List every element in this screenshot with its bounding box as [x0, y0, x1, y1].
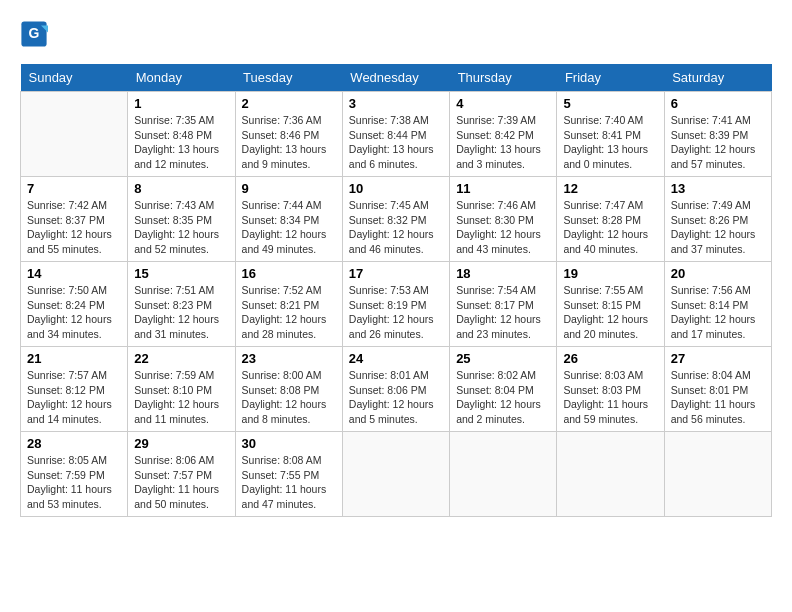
- calendar-week-row: 28Sunrise: 8:05 AM Sunset: 7:59 PM Dayli…: [21, 432, 772, 517]
- calendar-cell: 4Sunrise: 7:39 AM Sunset: 8:42 PM Daylig…: [450, 92, 557, 177]
- calendar-cell: 27Sunrise: 8:04 AM Sunset: 8:01 PM Dayli…: [664, 347, 771, 432]
- cell-info: Sunrise: 7:45 AM Sunset: 8:32 PM Dayligh…: [349, 198, 443, 257]
- day-number: 9: [242, 181, 336, 196]
- weekday-header: Saturday: [664, 64, 771, 92]
- calendar-cell: 21Sunrise: 7:57 AM Sunset: 8:12 PM Dayli…: [21, 347, 128, 432]
- day-number: 16: [242, 266, 336, 281]
- day-number: 15: [134, 266, 228, 281]
- day-number: 24: [349, 351, 443, 366]
- cell-info: Sunrise: 7:46 AM Sunset: 8:30 PM Dayligh…: [456, 198, 550, 257]
- calendar-cell: [557, 432, 664, 517]
- cell-info: Sunrise: 7:47 AM Sunset: 8:28 PM Dayligh…: [563, 198, 657, 257]
- svg-text:G: G: [29, 25, 40, 41]
- day-number: 25: [456, 351, 550, 366]
- calendar-cell: 15Sunrise: 7:51 AM Sunset: 8:23 PM Dayli…: [128, 262, 235, 347]
- day-number: 6: [671, 96, 765, 111]
- day-number: 1: [134, 96, 228, 111]
- day-number: 19: [563, 266, 657, 281]
- day-number: 23: [242, 351, 336, 366]
- cell-info: Sunrise: 8:06 AM Sunset: 7:57 PM Dayligh…: [134, 453, 228, 512]
- calendar-cell: 14Sunrise: 7:50 AM Sunset: 8:24 PM Dayli…: [21, 262, 128, 347]
- day-number: 2: [242, 96, 336, 111]
- calendar-cell: 8Sunrise: 7:43 AM Sunset: 8:35 PM Daylig…: [128, 177, 235, 262]
- page-header: G: [20, 20, 772, 48]
- day-number: 11: [456, 181, 550, 196]
- cell-info: Sunrise: 7:57 AM Sunset: 8:12 PM Dayligh…: [27, 368, 121, 427]
- weekday-header: Tuesday: [235, 64, 342, 92]
- calendar-cell: 28Sunrise: 8:05 AM Sunset: 7:59 PM Dayli…: [21, 432, 128, 517]
- cell-info: Sunrise: 7:43 AM Sunset: 8:35 PM Dayligh…: [134, 198, 228, 257]
- cell-info: Sunrise: 7:42 AM Sunset: 8:37 PM Dayligh…: [27, 198, 121, 257]
- cell-info: Sunrise: 8:00 AM Sunset: 8:08 PM Dayligh…: [242, 368, 336, 427]
- calendar-cell: 9Sunrise: 7:44 AM Sunset: 8:34 PM Daylig…: [235, 177, 342, 262]
- calendar-cell: 17Sunrise: 7:53 AM Sunset: 8:19 PM Dayli…: [342, 262, 449, 347]
- calendar-cell: 26Sunrise: 8:03 AM Sunset: 8:03 PM Dayli…: [557, 347, 664, 432]
- day-number: 22: [134, 351, 228, 366]
- calendar-week-row: 1Sunrise: 7:35 AM Sunset: 8:48 PM Daylig…: [21, 92, 772, 177]
- cell-info: Sunrise: 7:59 AM Sunset: 8:10 PM Dayligh…: [134, 368, 228, 427]
- calendar-cell: 29Sunrise: 8:06 AM Sunset: 7:57 PM Dayli…: [128, 432, 235, 517]
- weekday-row: SundayMondayTuesdayWednesdayThursdayFrid…: [21, 64, 772, 92]
- calendar-cell: 7Sunrise: 7:42 AM Sunset: 8:37 PM Daylig…: [21, 177, 128, 262]
- cell-info: Sunrise: 7:50 AM Sunset: 8:24 PM Dayligh…: [27, 283, 121, 342]
- day-number: 30: [242, 436, 336, 451]
- calendar-body: 1Sunrise: 7:35 AM Sunset: 8:48 PM Daylig…: [21, 92, 772, 517]
- cell-info: Sunrise: 8:08 AM Sunset: 7:55 PM Dayligh…: [242, 453, 336, 512]
- day-number: 7: [27, 181, 121, 196]
- calendar-cell: 16Sunrise: 7:52 AM Sunset: 8:21 PM Dayli…: [235, 262, 342, 347]
- calendar-cell: [342, 432, 449, 517]
- day-number: 5: [563, 96, 657, 111]
- weekday-header: Friday: [557, 64, 664, 92]
- calendar-cell: 6Sunrise: 7:41 AM Sunset: 8:39 PM Daylig…: [664, 92, 771, 177]
- day-number: 26: [563, 351, 657, 366]
- calendar-week-row: 21Sunrise: 7:57 AM Sunset: 8:12 PM Dayli…: [21, 347, 772, 432]
- calendar-cell: 1Sunrise: 7:35 AM Sunset: 8:48 PM Daylig…: [128, 92, 235, 177]
- cell-info: Sunrise: 7:44 AM Sunset: 8:34 PM Dayligh…: [242, 198, 336, 257]
- logo: G: [20, 20, 50, 48]
- day-number: 28: [27, 436, 121, 451]
- calendar-cell: [664, 432, 771, 517]
- cell-info: Sunrise: 7:56 AM Sunset: 8:14 PM Dayligh…: [671, 283, 765, 342]
- logo-icon: G: [20, 20, 48, 48]
- day-number: 13: [671, 181, 765, 196]
- cell-info: Sunrise: 8:01 AM Sunset: 8:06 PM Dayligh…: [349, 368, 443, 427]
- calendar-cell: 2Sunrise: 7:36 AM Sunset: 8:46 PM Daylig…: [235, 92, 342, 177]
- calendar-cell: 19Sunrise: 7:55 AM Sunset: 8:15 PM Dayli…: [557, 262, 664, 347]
- day-number: 10: [349, 181, 443, 196]
- cell-info: Sunrise: 7:54 AM Sunset: 8:17 PM Dayligh…: [456, 283, 550, 342]
- cell-info: Sunrise: 7:49 AM Sunset: 8:26 PM Dayligh…: [671, 198, 765, 257]
- cell-info: Sunrise: 7:53 AM Sunset: 8:19 PM Dayligh…: [349, 283, 443, 342]
- day-number: 8: [134, 181, 228, 196]
- calendar-cell: [450, 432, 557, 517]
- calendar-cell: 18Sunrise: 7:54 AM Sunset: 8:17 PM Dayli…: [450, 262, 557, 347]
- day-number: 18: [456, 266, 550, 281]
- day-number: 14: [27, 266, 121, 281]
- calendar-week-row: 7Sunrise: 7:42 AM Sunset: 8:37 PM Daylig…: [21, 177, 772, 262]
- cell-info: Sunrise: 8:05 AM Sunset: 7:59 PM Dayligh…: [27, 453, 121, 512]
- cell-info: Sunrise: 7:52 AM Sunset: 8:21 PM Dayligh…: [242, 283, 336, 342]
- day-number: 3: [349, 96, 443, 111]
- calendar-cell: [21, 92, 128, 177]
- day-number: 29: [134, 436, 228, 451]
- calendar-cell: 24Sunrise: 8:01 AM Sunset: 8:06 PM Dayli…: [342, 347, 449, 432]
- cell-info: Sunrise: 7:36 AM Sunset: 8:46 PM Dayligh…: [242, 113, 336, 172]
- calendar-cell: 3Sunrise: 7:38 AM Sunset: 8:44 PM Daylig…: [342, 92, 449, 177]
- weekday-header: Wednesday: [342, 64, 449, 92]
- cell-info: Sunrise: 7:35 AM Sunset: 8:48 PM Dayligh…: [134, 113, 228, 172]
- cell-info: Sunrise: 8:04 AM Sunset: 8:01 PM Dayligh…: [671, 368, 765, 427]
- cell-info: Sunrise: 8:02 AM Sunset: 8:04 PM Dayligh…: [456, 368, 550, 427]
- calendar-cell: 20Sunrise: 7:56 AM Sunset: 8:14 PM Dayli…: [664, 262, 771, 347]
- calendar-cell: 10Sunrise: 7:45 AM Sunset: 8:32 PM Dayli…: [342, 177, 449, 262]
- cell-info: Sunrise: 7:39 AM Sunset: 8:42 PM Dayligh…: [456, 113, 550, 172]
- weekday-header: Monday: [128, 64, 235, 92]
- cell-info: Sunrise: 8:03 AM Sunset: 8:03 PM Dayligh…: [563, 368, 657, 427]
- calendar-cell: 12Sunrise: 7:47 AM Sunset: 8:28 PM Dayli…: [557, 177, 664, 262]
- day-number: 27: [671, 351, 765, 366]
- day-number: 17: [349, 266, 443, 281]
- day-number: 4: [456, 96, 550, 111]
- calendar-header: SundayMondayTuesdayWednesdayThursdayFrid…: [21, 64, 772, 92]
- calendar-cell: 22Sunrise: 7:59 AM Sunset: 8:10 PM Dayli…: [128, 347, 235, 432]
- calendar-cell: 13Sunrise: 7:49 AM Sunset: 8:26 PM Dayli…: [664, 177, 771, 262]
- weekday-header: Thursday: [450, 64, 557, 92]
- cell-info: Sunrise: 7:51 AM Sunset: 8:23 PM Dayligh…: [134, 283, 228, 342]
